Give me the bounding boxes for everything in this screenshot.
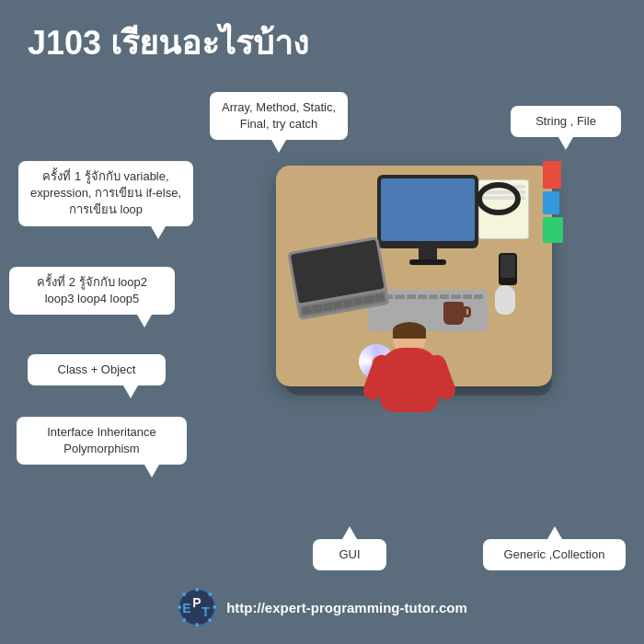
bubble-generic: Generic ,Collection	[483, 539, 626, 570]
ept-logo: E P T	[177, 587, 217, 627]
bubble-session2: ครั้งที่ 2 รู้จักกับ loop2 loop3 loop4 l…	[9, 267, 175, 315]
svg-point-9	[208, 618, 212, 622]
svg-text:T: T	[201, 604, 210, 619]
desk-scene	[258, 110, 570, 478]
mouse	[495, 285, 515, 315]
page-title: J103 เรียนอะไรบ้าง	[28, 17, 309, 69]
svg-point-6	[178, 605, 181, 609]
shelf-items	[543, 161, 570, 271]
person	[373, 322, 446, 414]
svg-text:E: E	[182, 601, 190, 615]
bubble-session1: ครั้งที่ 1 รู้จักกับ variable, expressio…	[18, 161, 193, 226]
svg-text:P: P	[192, 595, 201, 610]
monitor	[377, 175, 478, 248]
desk-surface	[276, 166, 552, 386]
website-url[interactable]: http://expert-programming-tutor.com	[226, 600, 467, 615]
monitor-base	[409, 259, 446, 265]
headphones-icon	[477, 182, 521, 215]
svg-point-11	[182, 618, 186, 622]
svg-point-10	[208, 592, 212, 596]
bubble-interface: Interface Inheritance Polymorphism	[17, 417, 187, 465]
svg-point-4	[195, 588, 199, 592]
logo-area: E P T http://expert-programming-tutor.co…	[177, 587, 467, 627]
svg-point-7	[213, 605, 216, 609]
svg-point-8	[182, 592, 186, 596]
bubble-gui: GUI	[313, 539, 386, 570]
svg-point-5	[195, 623, 199, 627]
monitor-screen	[381, 178, 475, 241]
coffee-cup	[443, 302, 464, 325]
bubble-class-object: Class + Object	[28, 354, 166, 385]
monitor-stand	[419, 248, 437, 259]
phone	[499, 253, 517, 285]
